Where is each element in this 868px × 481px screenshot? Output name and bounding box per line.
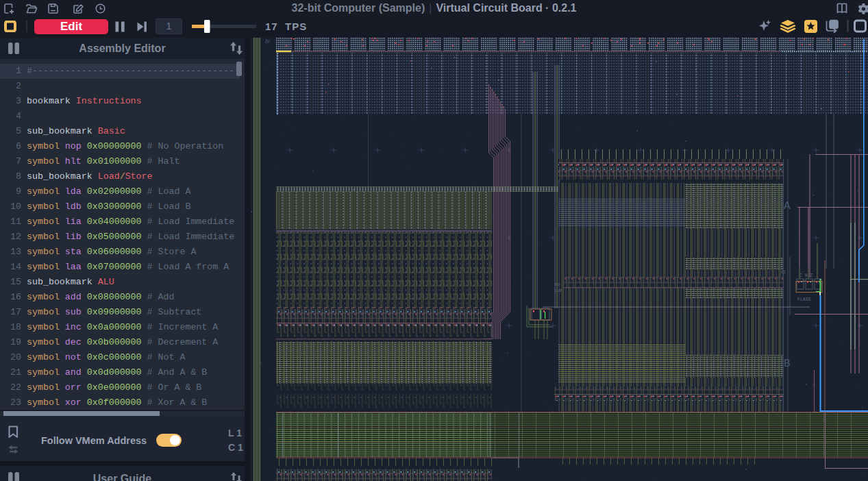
svg-text:OP: OP: [265, 40, 271, 45]
svg-text:SUB: SUB: [554, 288, 562, 293]
svg-text:A: A: [784, 200, 791, 212]
svg-text:C N Z: C N Z: [799, 273, 813, 278]
svg-text:FLAGS: FLAGS: [797, 297, 811, 302]
svg-text:EO: EO: [555, 282, 560, 287]
svg-text:B: B: [784, 358, 791, 370]
svg-text:CI: CI: [781, 270, 786, 275]
